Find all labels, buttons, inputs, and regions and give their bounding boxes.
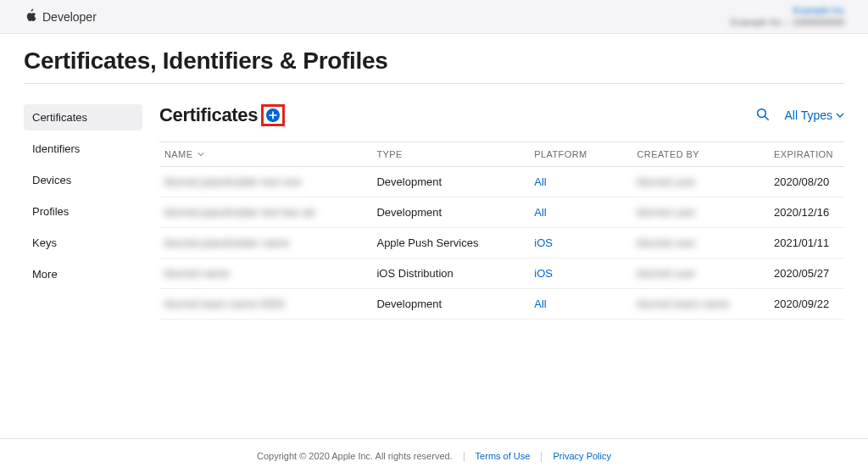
table-row[interactable]: blurred placeholder text one Development… xyxy=(159,167,844,197)
search-icon xyxy=(755,107,771,122)
cell-name: blurred name xyxy=(164,267,230,280)
col-type[interactable]: TYPE xyxy=(371,142,529,167)
sidebar-item-label: More xyxy=(32,268,58,281)
sort-indicator-icon xyxy=(198,149,204,159)
sidebar-item-label: Certificates xyxy=(32,111,87,124)
cell-created-by: blurred team name xyxy=(637,297,729,310)
cell-platform: All xyxy=(534,206,546,219)
cell-platform: All xyxy=(534,297,546,310)
brand-text: Developer xyxy=(42,10,97,24)
cell-platform: All xyxy=(534,175,546,188)
cell-created-by: blurred user xyxy=(637,236,695,249)
footer-separator xyxy=(464,452,465,462)
cell-created-by: blurred user xyxy=(637,175,695,188)
sidebar-item-keys[interactable]: Keys xyxy=(24,230,142,256)
sidebar-item-identifiers[interactable]: Identifiers xyxy=(24,136,142,162)
cell-platform: iOS xyxy=(534,267,553,280)
search-button[interactable] xyxy=(755,107,771,125)
cell-expiration: 2020/08/20 xyxy=(774,175,829,188)
cell-expiration: 2020/12/16 xyxy=(774,206,829,219)
terms-link[interactable]: Terms of Use xyxy=(476,451,531,461)
cell-type: Development xyxy=(376,206,442,219)
filter-label: All Types xyxy=(784,108,832,122)
sidebar-item-label: Devices xyxy=(32,174,71,186)
footer-copyright: Copyright © 2020 Apple Inc. All rights r… xyxy=(257,451,453,461)
table-row[interactable]: blurred name iOS Distribution iOS blurre… xyxy=(159,259,844,289)
col-platform[interactable]: PLATFORM xyxy=(529,142,632,167)
sidebar-item-certificates[interactable]: Certificates xyxy=(24,104,142,131)
privacy-link[interactable]: Privacy Policy xyxy=(554,451,611,461)
section-header: Certificates All Types xyxy=(159,104,844,126)
sidebar-item-devices[interactable]: Devices xyxy=(24,167,142,193)
cell-platform: iOS xyxy=(534,236,553,249)
cell-expiration: 2021/01/11 xyxy=(774,236,829,249)
sidebar-item-profiles[interactable]: Profiles xyxy=(24,198,142,225)
table-row[interactable]: blurred team name 0000 Development All b… xyxy=(159,289,844,320)
cell-created-by: blurred user xyxy=(637,206,695,219)
cell-expiration: 2020/05/27 xyxy=(774,267,829,280)
col-expiration[interactable]: EXPIRATION xyxy=(769,142,844,167)
footer-separator xyxy=(541,452,542,462)
cell-name: blurred placeholder text one xyxy=(164,175,301,188)
global-header: Developer Example Inc Example Inc – 1000… xyxy=(0,0,868,34)
page-title: Certificates, Identifiers & Profiles xyxy=(24,47,844,84)
add-button-highlight xyxy=(261,104,285,126)
sidebar-item-label: Keys xyxy=(32,236,57,249)
sidebar-item-label: Identifiers xyxy=(32,142,80,155)
plus-icon xyxy=(269,111,277,120)
add-certificate-button[interactable] xyxy=(266,108,280,122)
table-row[interactable]: blurred placeholder text two ab Developm… xyxy=(159,197,844,228)
filter-dropdown[interactable]: All Types xyxy=(784,108,844,122)
sidebar-item-label: Profiles xyxy=(32,205,69,218)
cell-type: Development xyxy=(376,297,442,310)
cell-name: blurred placeholder text two ab xyxy=(164,206,315,219)
sidebar-item-more[interactable]: More xyxy=(24,261,142,287)
svg-point-0 xyxy=(758,108,766,117)
cell-type: iOS Distribution xyxy=(376,267,453,280)
col-name[interactable]: NAME xyxy=(159,142,371,167)
brand[interactable]: Developer xyxy=(24,8,97,25)
section-title: Certificates xyxy=(159,104,258,126)
account-sub: Example Inc – 1000000000 xyxy=(731,17,844,28)
cell-type: Development xyxy=(376,175,442,188)
cell-name: blurred team name 0000 xyxy=(164,297,285,310)
cell-created-by: blurred user xyxy=(637,267,695,280)
sidebar: Certificates Identifiers Devices Profile… xyxy=(24,104,142,320)
table-header-row: NAME TYPE PLATFORM CREATED BY EXPIRATION xyxy=(159,142,844,167)
main-content: Certificates All Types xyxy=(159,104,844,320)
apple-logo-icon xyxy=(24,8,37,25)
cell-name: blurred placeholder name xyxy=(164,236,289,249)
col-created-by[interactable]: CREATED BY xyxy=(632,142,769,167)
chevron-down-icon xyxy=(836,111,844,120)
account-info[interactable]: Example Inc Example Inc – 1000000000 xyxy=(731,5,844,27)
footer: Copyright © 2020 Apple Inc. All rights r… xyxy=(0,438,868,467)
svg-line-1 xyxy=(765,116,770,120)
account-name: Example Inc xyxy=(731,5,844,16)
cell-type: Apple Push Services xyxy=(376,236,478,249)
table-row[interactable]: blurred placeholder name Apple Push Serv… xyxy=(159,228,844,259)
certificates-table: NAME TYPE PLATFORM CREATED BY EXPIRATION xyxy=(159,142,844,320)
cell-expiration: 2020/09/22 xyxy=(774,297,829,310)
